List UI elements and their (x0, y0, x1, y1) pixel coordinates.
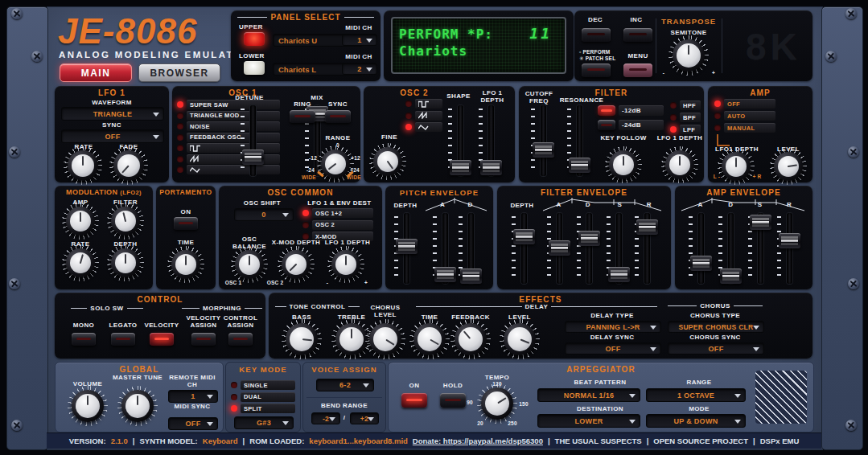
bend-up-select[interactable]: +2 (350, 412, 379, 424)
osc2-fine-knob[interactable] (373, 147, 402, 176)
arp-on-button[interactable] (401, 393, 427, 408)
osc1-option-square[interactable] (177, 143, 280, 153)
osc1-sync-button[interactable] (325, 110, 351, 123)
osc-balance-knob[interactable] (235, 250, 264, 279)
amp-mode-auto[interactable]: AUTO (714, 111, 775, 121)
volume-knob[interactable] (72, 390, 104, 422)
chorus-sync-select[interactable]: OFF (668, 342, 764, 355)
osc1-detune-slider[interactable] (240, 105, 264, 176)
amp-level-knob[interactable] (774, 152, 803, 181)
pitch-decay-slider[interactable] (458, 213, 482, 284)
pitch-attack-slider[interactable] (432, 213, 456, 284)
main-tab-button[interactable]: MAIN (60, 64, 132, 82)
xmod-depth-knob[interactable] (282, 250, 311, 279)
slider-handle[interactable] (779, 233, 800, 248)
split-point-select[interactable]: G#3 (234, 416, 294, 429)
remote-midi-ch-select[interactable]: 1 (168, 390, 218, 403)
osc1-option-triangle[interactable] (177, 165, 280, 174)
chorus-type-select[interactable]: SUPER CHORUS CLR (668, 321, 764, 333)
slider-handle[interactable] (460, 268, 482, 284)
lfo1-rate-knob[interactable] (68, 150, 98, 181)
amp-mode-manual[interactable]: MANUAL (714, 123, 775, 133)
slider-handle[interactable] (720, 268, 742, 284)
osc1-option-noise[interactable]: NOISE (177, 121, 280, 131)
feedback-knob[interactable] (455, 323, 487, 355)
amp-mode-off[interactable]: OFF (714, 99, 775, 109)
slope-24db-button[interactable] (598, 120, 615, 130)
osc1-option-feedback-osc[interactable]: FEEDBACK OSC (177, 133, 280, 142)
amp-env-sustain-slider[interactable] (747, 213, 771, 284)
amp-env-decay-slider[interactable] (718, 213, 742, 284)
menu-button[interactable] (623, 64, 652, 77)
mod-rate-knob[interactable] (66, 248, 95, 277)
osc2-option-saw[interactable] (405, 111, 442, 121)
dec-button[interactable] (582, 28, 611, 42)
resonance-slider[interactable] (566, 105, 590, 176)
slider-handle[interactable] (569, 158, 590, 173)
dest-option-osc2[interactable]: OSC 2 (302, 220, 373, 230)
filter-env-depth-slider[interactable] (511, 213, 535, 284)
cutoff-slider[interactable] (530, 105, 554, 176)
donate-link[interactable]: Donate: https://paypal.me/dsp56300 (413, 437, 543, 445)
filter-env-release-slider[interactable] (634, 213, 658, 284)
voice-assign-select[interactable]: 6-2 (316, 379, 374, 391)
perform-patch-sel-button[interactable] (582, 64, 611, 77)
delay-sync-select[interactable]: OFF (565, 342, 661, 355)
slider-handle[interactable] (750, 215, 771, 230)
filter-type-lpf[interactable]: LPF (670, 125, 701, 134)
mod-amp-knob[interactable] (66, 207, 95, 236)
lower-select-button[interactable] (244, 61, 265, 75)
slider-handle[interactable] (549, 240, 570, 256)
tempo-knob[interactable] (481, 387, 513, 420)
slider-handle[interactable] (608, 267, 630, 282)
mono-button[interactable] (72, 333, 96, 346)
osc1-option-triangle-mod[interactable]: TRIANGLE MOD (177, 111, 280, 121)
lfo1-waveform-select[interactable]: TRIANGLE (61, 107, 164, 121)
filter-env-attack-slider[interactable] (546, 213, 570, 284)
key-mode-single[interactable]: SINGLE (231, 380, 295, 390)
bass-knob[interactable] (286, 323, 318, 355)
key-follow-knob[interactable] (609, 150, 638, 179)
lfo1-sync-select[interactable]: OFF (61, 129, 164, 143)
upper-midi-ch-select[interactable]: 1 (342, 34, 377, 46)
filter-lfo1-depth-knob[interactable] (665, 150, 694, 179)
lower-midi-ch-select[interactable]: 2 (342, 63, 377, 75)
slider-handle[interactable] (533, 142, 554, 158)
upper-select-button[interactable] (244, 32, 265, 46)
destination-select[interactable]: LOWER (537, 414, 640, 428)
pitch-depth-slider[interactable] (393, 213, 418, 284)
amp-env-attack-slider[interactable] (688, 213, 712, 284)
arp-mode-select[interactable]: UP & DOWN (646, 414, 746, 428)
mod-depth-knob[interactable] (111, 248, 140, 277)
key-mode-split[interactable]: SPLIT (231, 404, 295, 413)
osc2-lfo1-depth-slider[interactable] (478, 105, 502, 176)
slider-handle[interactable] (242, 150, 264, 165)
osc2-option-triangle[interactable] (405, 122, 442, 132)
velocity-assign-button[interactable] (191, 333, 216, 346)
slider-handle[interactable] (513, 229, 535, 244)
lfo1-fade-knob[interactable] (113, 150, 144, 181)
dest-option-osc12[interactable]: OSC 1+2 (302, 208, 373, 218)
delay-time-knob[interactable] (413, 323, 446, 355)
key-mode-dual[interactable]: DUAL (231, 392, 295, 402)
mod-filter-knob[interactable] (111, 207, 140, 236)
osc2-shape-slider[interactable] (447, 105, 471, 176)
midi-sync-select[interactable]: OFF (168, 417, 218, 430)
control-assign-button[interactable] (228, 333, 253, 346)
delay-level-knob[interactable] (504, 323, 536, 355)
legato-button[interactable] (111, 333, 135, 346)
bend-down-select[interactable]: -2 (311, 412, 340, 424)
portamento-on-button[interactable] (174, 217, 198, 230)
slider-handle[interactable] (480, 160, 502, 175)
portamento-time-knob[interactable] (171, 250, 200, 279)
common-lfo1-depth-knob[interactable] (331, 250, 360, 279)
filter-type-hpf[interactable]: HPF (670, 100, 701, 110)
amp-lfo1-depth-knob[interactable] (722, 152, 751, 181)
delay-type-select[interactable]: PANNING L->R (565, 321, 661, 333)
filter-env-decay-slider[interactable] (576, 213, 600, 284)
slider-handle[interactable] (690, 256, 712, 271)
slope-12db-button[interactable] (598, 105, 615, 116)
slider-handle[interactable] (396, 239, 418, 254)
slider-handle[interactable] (636, 219, 658, 235)
slider-handle[interactable] (578, 231, 600, 246)
